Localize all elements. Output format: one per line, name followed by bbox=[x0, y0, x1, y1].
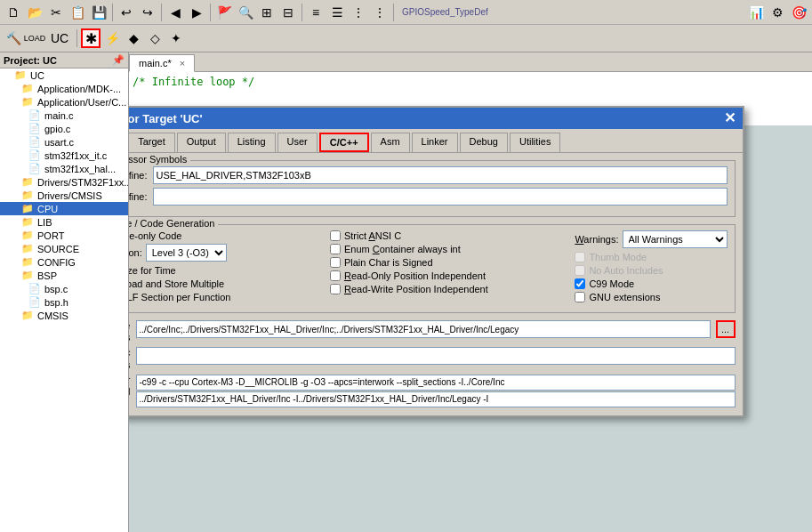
tb-diamond2-btn[interactable]: ◇ bbox=[145, 28, 165, 48]
tb-new-btn[interactable]: 🗋 bbox=[4, 3, 23, 22]
tab-user[interactable]: User bbox=[277, 133, 318, 152]
optimization-select[interactable]: Level 3 (-O3) Level 0 (-O0) Level 1 (-O1… bbox=[146, 244, 227, 262]
include-paths-browse-btn[interactable]: ... bbox=[716, 320, 736, 338]
tab-label: Linker bbox=[422, 136, 448, 147]
tb-flash-btn[interactable]: ⚡ bbox=[102, 28, 122, 48]
strict-ansi-label: Strict ANSI C bbox=[344, 230, 401, 241]
gnu-extensions-cb[interactable] bbox=[575, 292, 585, 302]
sidebar-item-label: LIB bbox=[37, 217, 52, 228]
toolbar-row2: 🔨 LOAD UC ✱ ⚡ ◆ ◇ ✦ bbox=[0, 25, 812, 52]
define-label: Define: bbox=[129, 170, 148, 181]
strict-ansi-cb[interactable] bbox=[330, 230, 341, 241]
tb-right-btn[interactable]: ▶ bbox=[187, 3, 206, 22]
tb-paste-btn[interactable]: 📋 bbox=[68, 3, 87, 22]
tab-asm[interactable]: Asm bbox=[371, 133, 410, 152]
enum-container-cb[interactable] bbox=[330, 244, 341, 254]
sidebar-item-label: Application/MDK-... bbox=[37, 84, 121, 94]
tb-find-btn[interactable]: ⊞ bbox=[257, 3, 277, 22]
tb-align-btn[interactable]: ≡ bbox=[306, 3, 326, 22]
tb-left-btn[interactable]: ◀ bbox=[165, 3, 185, 22]
tb-columns-btn[interactable]: ⋮ bbox=[349, 3, 368, 22]
plain-char-cb[interactable] bbox=[330, 257, 341, 268]
include-paths-input[interactable] bbox=[136, 320, 711, 338]
sidebar-item-stm32hal[interactable]: 📄 stm32f1xx_hal... bbox=[0, 162, 128, 175]
sidebar-item-drivers[interactable]: 📁 Drivers/STM32F1xx... bbox=[0, 175, 128, 189]
tab-label: Asm bbox=[381, 136, 400, 147]
tb-flag-btn[interactable]: 🚩 bbox=[214, 3, 234, 22]
tb-uc-label: UC bbox=[46, 28, 73, 48]
split-load-row: Split Load and Store Multiple bbox=[129, 278, 323, 289]
tab-output[interactable]: Output bbox=[177, 133, 226, 152]
folder-icon: 📁 bbox=[21, 176, 34, 188]
sidebar-item-bsph[interactable]: 📄 bsp.h bbox=[0, 295, 128, 309]
file-icon: 📄 bbox=[28, 123, 41, 134]
tb-target-btn[interactable]: 🎯 bbox=[789, 3, 808, 22]
tb-redo-btn[interactable]: ↪ bbox=[138, 3, 157, 22]
tb-save-btn[interactable]: 💾 bbox=[89, 3, 109, 22]
sidebar-item-bsp[interactable]: 📁 BSP bbox=[0, 269, 128, 282]
tb-diamond-btn[interactable]: ◆ bbox=[124, 28, 143, 48]
undefine-input[interactable] bbox=[153, 188, 728, 206]
tab-listing[interactable]: Listing bbox=[228, 133, 276, 152]
tb-search-btn[interactable]: 🔍 bbox=[236, 3, 255, 22]
warnings-select[interactable]: All Warnings No Warnings MISRA compatibl… bbox=[623, 230, 728, 248]
tb-copy-btn[interactable]: ✂ bbox=[46, 3, 66, 22]
tb-load-btn[interactable]: LOAD bbox=[25, 28, 44, 48]
thumb-mode-cb[interactable] bbox=[575, 252, 585, 262]
tab-label: Utilities bbox=[519, 136, 551, 147]
tab-target[interactable]: Target bbox=[129, 133, 175, 152]
readonly-pos-cb[interactable] bbox=[330, 270, 341, 281]
misc-controls-input[interactable] bbox=[136, 347, 736, 365]
lang-col2: Strict ANSI C Enum Container always int … bbox=[330, 230, 567, 305]
tab-debug[interactable]: Debug bbox=[460, 133, 508, 152]
tb-star-btn[interactable]: ✦ bbox=[166, 28, 186, 48]
tb-gpio-btn[interactable]: GPIOSpeed_TypeDef bbox=[398, 3, 493, 22]
file-icon: 📄 bbox=[28, 136, 41, 148]
tab-linker[interactable]: Linker bbox=[412, 133, 458, 152]
tb-list-btn[interactable]: ☰ bbox=[327, 3, 347, 22]
tab-utilities[interactable]: Utilities bbox=[510, 133, 560, 152]
define-input[interactable] bbox=[153, 166, 728, 184]
dialog-title-bar: Options for Target 'UC' ✕ bbox=[129, 108, 743, 129]
no-auto-includes-cb[interactable] bbox=[575, 265, 585, 276]
sidebar-item-cmsis[interactable]: 📁 CMSIS bbox=[0, 309, 128, 322]
sidebar-item-mainc[interactable]: 📄 main.c bbox=[0, 109, 128, 122]
c99-mode-cb[interactable] bbox=[575, 278, 585, 289]
dialog-close-btn[interactable]: ✕ bbox=[724, 111, 736, 125]
sidebar-item-cpu[interactable]: 📁 CPU bbox=[0, 202, 128, 215]
sidebar-item-gpioc[interactable]: 📄 gpio.c bbox=[0, 122, 128, 135]
tb-monitor-btn[interactable]: 📊 bbox=[746, 3, 766, 22]
sidebar-item-lib[interactable]: 📁 LIB bbox=[0, 215, 128, 229]
dialog-overlay: Options for Target 'UC' ✕ Device Target … bbox=[129, 52, 812, 532]
misc-controls-row: MiscControls bbox=[129, 347, 736, 370]
preprocessor-section-label: Preprocessor Symbols bbox=[129, 154, 190, 165]
sidebar-item-port[interactable]: 📁 PORT bbox=[0, 229, 128, 242]
tb-undo-btn[interactable]: ↩ bbox=[117, 3, 136, 22]
tb-col2-btn[interactable]: ⋮ bbox=[370, 3, 390, 22]
project-label: Project: UC bbox=[4, 55, 57, 66]
tb-find2-btn[interactable]: ⊟ bbox=[278, 3, 298, 22]
sidebar-item-config[interactable]: 📁 CONFIG bbox=[0, 255, 128, 269]
enum-container-label: Enum Container always int bbox=[344, 244, 461, 254]
tb-build-btn[interactable]: 🔨 bbox=[4, 28, 23, 48]
readwrite-pos-cb[interactable] bbox=[330, 284, 341, 294]
sidebar-item-stm32it[interactable]: 📄 stm32f1xx_it.c bbox=[0, 149, 128, 162]
tb-gear-btn[interactable]: ⚙ bbox=[768, 3, 787, 22]
sidebar-item-appUser[interactable]: 📁 Application/User/C... bbox=[0, 95, 128, 109]
sidebar-pin-icon[interactable]: 📌 bbox=[112, 54, 125, 66]
tb-target-options-btn[interactable]: ✱ bbox=[81, 28, 100, 48]
folder-icon: 📁 bbox=[21, 96, 34, 108]
tb-open-btn[interactable]: 📂 bbox=[25, 3, 44, 22]
optimization-label: Optimization: bbox=[129, 247, 142, 258]
c99-mode-label: C99 Mode bbox=[589, 278, 634, 289]
sidebar-item-appMDK[interactable]: 📁 Application/MDK-... bbox=[0, 82, 128, 95]
compiler-line2-input bbox=[136, 391, 736, 407]
main-layout: Project: UC 📌 📁 UC 📁 Application/MDK-...… bbox=[0, 52, 812, 532]
sidebar-item-driverscmsis[interactable]: 📁 Drivers/CMSIS bbox=[0, 189, 128, 202]
readonly-pos-row: Read-Only Position Independent bbox=[330, 270, 567, 281]
sidebar-item-source[interactable]: 📁 SOURCE bbox=[0, 242, 128, 255]
sidebar-item-bspc[interactable]: 📄 bsp.c bbox=[0, 282, 128, 295]
sidebar-item-usartc[interactable]: 📄 usart.c bbox=[0, 135, 128, 149]
tab-cpp[interactable]: C/C++ bbox=[319, 133, 369, 152]
sidebar-item-uc[interactable]: 📁 UC bbox=[0, 69, 128, 82]
